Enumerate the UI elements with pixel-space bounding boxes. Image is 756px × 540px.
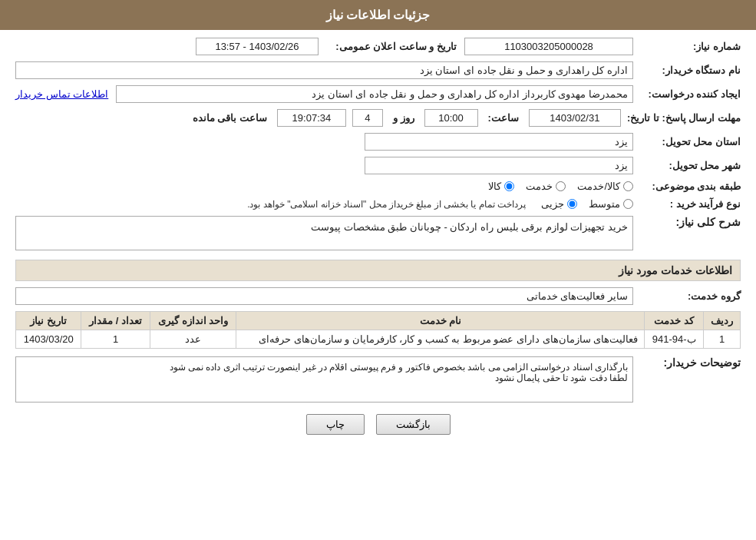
deadline-date: 1403/02/31	[529, 109, 621, 127]
cell-name: فعالیت‌های سازمان‌های دارای عضو مربوط به…	[236, 330, 645, 349]
radio-kala-khadamat-label: کالا/خدمت	[577, 181, 620, 192]
city-value: یزد	[365, 157, 633, 174]
back-button[interactable]: بازگشت	[376, 414, 451, 435]
radio-motevaset[interactable]: متوسط	[589, 198, 633, 210]
buyer-notes-value: بارگذاری اسناد درخواستی الزامی می باشد ب…	[15, 356, 633, 403]
deadline-days: 4	[352, 109, 383, 127]
radio-kala-khadamat[interactable]: کالا/خدمت	[577, 181, 633, 192]
contact-link[interactable]: اطلاعات تماس خریدار	[15, 88, 108, 100]
col-header-row: ردیف	[704, 312, 741, 330]
description-value: خرید تجهیزات لوازم برقی بلیس راه اردکان …	[15, 216, 633, 250]
services-section-title: اطلاعات خدمات مورد نیاز	[15, 260, 741, 281]
col-header-unit: واحد اندازه گیری	[150, 312, 236, 330]
deadline-remaining: 19:07:34	[277, 109, 346, 127]
category-label: طبقه بندی موضوعی:	[641, 181, 741, 192]
col-header-date: تاریخ نیاز	[16, 312, 81, 330]
category-radio-group: کالا/خدمت خدمت کالا	[488, 181, 633, 192]
radio-kala[interactable]: کالا	[488, 181, 514, 192]
deadline-time-label: ساعت:	[484, 112, 523, 124]
radio-motevaset-label: متوسط	[589, 198, 620, 210]
purchase-type-label: نوع فرآیند خرید :	[641, 198, 741, 210]
buyer-org-value: اداره کل راهداری و حمل و نقل جاده ای است…	[15, 61, 633, 79]
announcement-label: تاریخ و ساعت اعلان عمومی:	[326, 41, 457, 52]
radio-jozi-label: جزیی	[541, 198, 564, 210]
print-button[interactable]: چاپ	[306, 414, 365, 435]
buyer-notes-label: توضیحات خریدار:	[641, 356, 741, 369]
cell-unit: عدد	[150, 330, 236, 349]
need-number-value: 1103003205000028	[464, 38, 633, 55]
service-group-label: گروه خدمت:	[641, 290, 741, 302]
province-label: استان محل تحویل:	[641, 136, 741, 147]
col-header-code: کد خدمت	[645, 312, 704, 330]
radio-kala-label: کالا	[488, 181, 501, 192]
col-header-qty: تعداد / مقدار	[81, 312, 150, 330]
table-row: 1 ب-94-941 فعالیت‌های سازمان‌های دارای ع…	[16, 330, 741, 349]
purchase-type-radio-group: متوسط جزیی	[541, 198, 633, 210]
buttons-row: بازگشت چاپ	[15, 414, 741, 435]
province-value: یزد	[365, 133, 633, 151]
creator-label: ایجاد کننده درخواست:	[641, 88, 741, 100]
deadline-label: مهلت ارسال پاسخ: تا تاریخ:	[627, 112, 741, 124]
cell-code: ب-94-941	[645, 330, 704, 349]
announcement-value: 1403/02/26 - 13:57	[196, 38, 319, 55]
buyer-org-label: نام دستگاه خریدار:	[641, 65, 741, 76]
services-table: ردیف کد خدمت نام خدمت واحد اندازه گیری ت…	[15, 311, 741, 349]
cell-row: 1	[704, 330, 741, 349]
page-header: جزئیات اطلاعات نیاز	[0, 0, 756, 30]
col-header-name: نام خدمت	[236, 312, 645, 330]
description-label: شرح کلی نیاز:	[641, 216, 741, 228]
purchase-type-note: پرداخت تمام یا بخشی از مبلغ خریداز محل "…	[247, 199, 526, 210]
deadline-days-label: روز و	[389, 112, 418, 124]
cell-date: 1403/03/20	[16, 330, 81, 349]
page-title: جزئیات اطلاعات نیاز	[326, 8, 431, 22]
city-label: شهر محل تحویل:	[641, 160, 741, 171]
creator-value: محمدرضا مهدوی کاربرداز اداره کل راهداری …	[116, 85, 633, 103]
radio-khadamat[interactable]: خدمت	[526, 181, 566, 192]
deadline-remaining-label: ساعت باقی مانده	[189, 112, 271, 124]
cell-quantity: 1	[81, 330, 150, 349]
need-number-label: شماره نیاز:	[641, 41, 741, 52]
radio-jozi[interactable]: جزیی	[541, 198, 577, 210]
service-group-value: سایر فعالیت‌های خدماتی	[15, 287, 633, 305]
radio-khadamat-label: خدمت	[526, 181, 553, 192]
deadline-time: 10:00	[424, 109, 478, 127]
